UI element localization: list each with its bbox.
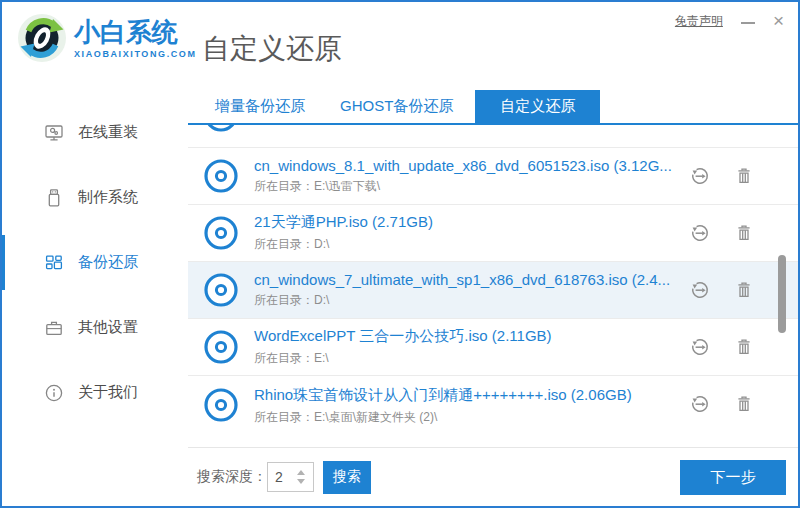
list-item[interactable]: Rhino珠宝首饰设计从入门到精通++++++++.iso (2.06GB) 所…: [188, 376, 798, 447]
iso-meta: WordExcelPPT 三合一办公技巧.iso (2.11GB) 所在目录：E…: [254, 327, 552, 367]
trash-icon[interactable]: [734, 337, 754, 357]
iso-meta: cn_windows_7_ultimate_with_sp1_x86_dvd_6…: [254, 271, 670, 309]
sidebar-item-backup-restore[interactable]: 备份还原: [2, 230, 188, 295]
iso-path: 所在目录：E:\迅雷下载\: [254, 178, 672, 195]
disc-icon: [202, 157, 240, 195]
usb-icon: [43, 187, 65, 209]
brand-name: 小白系统: [74, 17, 197, 47]
restore-icon[interactable]: [690, 166, 710, 186]
stepper-up-icon[interactable]: [297, 470, 305, 475]
tab-bar: 增量备份还原 GHOST备份还原 自定义还原: [188, 90, 798, 125]
row-actions: [690, 166, 754, 186]
toolbox-icon: [43, 317, 65, 339]
info-icon: [43, 382, 65, 404]
blocks-icon: [43, 252, 65, 274]
search-depth-stepper[interactable]: [267, 462, 314, 492]
iso-name[interactable]: WordExcelPPT 三合一办公技巧.iso (2.11GB): [254, 327, 552, 346]
iso-name[interactable]: cn_windows_8.1_with_update_x86_dvd_60515…: [254, 157, 672, 174]
restore-icon[interactable]: [690, 223, 710, 243]
trash-icon[interactable]: [734, 280, 754, 300]
disc-icon: [202, 214, 240, 252]
sidebar-item-about-us[interactable]: 关于我们: [2, 360, 188, 425]
monitor-icon: [43, 122, 65, 144]
iso-path: 所在目录：E:\: [254, 350, 552, 367]
iso-name[interactable]: 21天学通PHP.iso (2.71GB): [254, 213, 433, 232]
row-actions: [690, 280, 754, 300]
sidebar-item-label: 其他设置: [78, 318, 138, 337]
row-actions: [690, 394, 754, 414]
brand-logo-icon: [16, 12, 68, 64]
iso-path: 所在目录：D:\: [254, 236, 433, 253]
close-button[interactable]: ×: [773, 12, 784, 30]
search-depth-input[interactable]: [268, 469, 292, 485]
window-controls: 免责声明 ×: [675, 12, 784, 30]
brand-domain: XIAOBAIXITONG.COM: [74, 49, 197, 59]
app-window: 小白系统 XIAOBAIXITONG.COM 自定义还原 免责声明 × 在线重装…: [0, 0, 800, 508]
iso-list: cn_windows_8.1_with_update_x86_dvd_60515…: [188, 125, 798, 447]
iso-meta: cn_windows_8.1_with_update_x86_dvd_60515…: [254, 157, 672, 195]
sidebar-item-online-reinstall[interactable]: 在线重装: [2, 100, 188, 165]
sidebar-item-make-system[interactable]: 制作系统: [2, 165, 188, 230]
iso-meta: 21天学通PHP.iso (2.71GB) 所在目录：D:\: [254, 213, 433, 253]
search-depth-label: 搜索深度：: [197, 468, 267, 486]
search-button[interactable]: 搜索: [323, 461, 371, 494]
page-title: 自定义还原: [202, 30, 342, 68]
tab-incremental-backup-restore[interactable]: 增量备份还原: [202, 90, 318, 123]
iso-name[interactable]: Rhino珠宝首饰设计从入门到精通++++++++.iso (2.06GB): [254, 386, 632, 405]
list-item[interactable]: 21天学通PHP.iso (2.71GB) 所在目录：D:\: [188, 205, 798, 262]
disc-icon: [202, 328, 240, 366]
brand: 小白系统 XIAOBAIXITONG.COM: [16, 12, 197, 64]
stepper-down-icon[interactable]: [297, 479, 305, 484]
sidebar-item-label: 备份还原: [78, 253, 138, 272]
stepper-buttons: [292, 463, 310, 491]
disc-icon: [202, 125, 240, 134]
sidebar-item-label: 制作系统: [78, 188, 138, 207]
tab-custom-restore[interactable]: 自定义还原: [475, 90, 600, 123]
brand-text: 小白系统 XIAOBAIXITONG.COM: [74, 17, 197, 59]
trash-icon[interactable]: [734, 394, 754, 414]
restore-icon[interactable]: [690, 394, 710, 414]
tab-ghost-backup-restore[interactable]: GHOST备份还原: [327, 90, 466, 123]
list-item[interactable]: WordExcelPPT 三合一办公技巧.iso (2.11GB) 所在目录：E…: [188, 319, 798, 376]
sidebar-item-label: 关于我们: [78, 383, 138, 402]
footer-bar: 搜索深度： 搜索 下一步: [188, 447, 798, 506]
iso-name[interactable]: cn_windows_7_ultimate_with_sp1_x86_dvd_6…: [254, 271, 670, 288]
row-actions: [690, 337, 754, 357]
iso-path: 所在目录：D:\: [254, 292, 670, 309]
list-item-selected[interactable]: cn_windows_7_ultimate_with_sp1_x86_dvd_6…: [188, 262, 798, 319]
restore-icon[interactable]: [690, 280, 710, 300]
iso-path: 所在目录：E:\桌面\新建文件夹 (2)\: [254, 409, 632, 426]
disc-icon: [202, 386, 240, 424]
minimize-button[interactable]: [741, 22, 755, 24]
sidebar: 在线重装 制作系统 备份还原 其他设置 关于我们: [2, 90, 188, 506]
next-step-button[interactable]: 下一步: [680, 460, 786, 495]
list-item[interactable]: cn_windows_8.1_with_update_x86_dvd_60515…: [188, 148, 798, 205]
scrollbar-thumb[interactable]: [778, 255, 786, 333]
content: 增量备份还原 GHOST备份还原 自定义还原 cn_windows_8.1_wi…: [188, 90, 798, 506]
list-item-partial: [188, 125, 798, 148]
sidebar-item-other-settings[interactable]: 其他设置: [2, 295, 188, 360]
trash-icon[interactable]: [734, 223, 754, 243]
sidebar-item-label: 在线重装: [78, 123, 138, 142]
row-actions: [690, 223, 754, 243]
disclaimer-link[interactable]: 免责声明: [675, 13, 723, 30]
titlebar: 小白系统 XIAOBAIXITONG.COM 自定义还原 免责声明 ×: [2, 2, 798, 90]
restore-icon[interactable]: [690, 337, 710, 357]
trash-icon[interactable]: [734, 166, 754, 186]
disc-icon: [202, 271, 240, 309]
iso-meta: Rhino珠宝首饰设计从入门到精通++++++++.iso (2.06GB) 所…: [254, 386, 632, 426]
